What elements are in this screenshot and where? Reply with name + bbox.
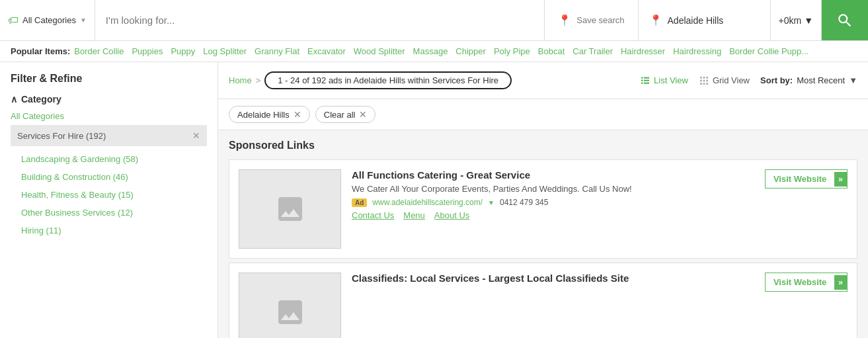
results-count-text: 1 - 24 of 192 ads in Adelaide Hills with… xyxy=(264,71,512,89)
image-placeholder-icon xyxy=(274,193,306,225)
list-view-button[interactable]: List View xyxy=(640,75,688,86)
grid-view-button[interactable]: Grid View xyxy=(699,75,750,86)
svg-rect-1 xyxy=(644,77,649,78)
visit-website-label-0: Visit Website xyxy=(773,174,826,184)
remove-location-filter-button[interactable]: ✕ xyxy=(294,109,301,120)
popular-label: Popular Items: xyxy=(11,46,70,56)
visit-website-button-0[interactable]: Visit Website » xyxy=(765,169,848,189)
svg-rect-13 xyxy=(703,83,705,85)
subcategory-item-4[interactable]: Hiring (11) xyxy=(11,222,207,239)
ad-image-1 xyxy=(239,273,341,338)
popular-item-10[interactable]: Bobcat xyxy=(538,46,565,56)
save-search-label: Save search xyxy=(576,15,624,25)
visit-website-button-1[interactable]: Visit Website » xyxy=(765,273,848,292)
popular-item-5[interactable]: Excavator xyxy=(307,46,346,56)
sort-area: Sort by: Most Recent ▼ xyxy=(760,75,857,85)
view-sort-area: List View Grid View xyxy=(640,75,857,86)
popular-item-7[interactable]: Massage xyxy=(413,46,448,56)
popular-item-1[interactable]: Puppies xyxy=(132,46,163,56)
subcategory-item-1[interactable]: Building & Construction (46) xyxy=(11,168,207,186)
svg-rect-5 xyxy=(644,82,649,83)
save-icon: 📍 xyxy=(558,14,571,26)
selected-category-label: Services For Hire (192) xyxy=(17,131,106,141)
ad-image-0 xyxy=(239,169,341,249)
sort-value: Most Recent xyxy=(797,75,845,85)
popular-item-3[interactable]: Log Splitter xyxy=(203,46,247,56)
location-value: Adelaide Hills xyxy=(668,15,724,26)
remove-category-button[interactable]: ✕ xyxy=(192,130,200,141)
popular-item-4[interactable]: Granny Flat xyxy=(255,46,299,56)
popular-item-8[interactable]: Chipper xyxy=(455,46,486,56)
visit-chevrons-icon-2: » xyxy=(834,275,847,290)
popular-item-9[interactable]: Poly Pipe xyxy=(494,46,530,56)
breadcrumb-separator: > xyxy=(256,75,261,85)
sidebar-title: Filter & Refine xyxy=(11,73,207,85)
list-view-label: List View xyxy=(654,75,688,85)
filter-tag-location-label: Adelaide Hills xyxy=(237,110,290,120)
radius-value: +0km xyxy=(779,15,802,26)
filter-tags: Adelaide Hills ✕ Clear all ✕ xyxy=(218,99,868,130)
breadcrumb-home[interactable]: Home xyxy=(229,75,252,85)
radius-selector[interactable]: +0km ▼ xyxy=(771,0,822,40)
popular-item-12[interactable]: Hairdresser xyxy=(621,46,665,56)
chevron-up-icon: ∧ xyxy=(11,94,17,105)
search-bar: 🏷 All Categories ▼ 📍 Save search 📍 Adela… xyxy=(0,0,868,41)
ad-badge-0: Ad xyxy=(352,198,367,207)
sort-chevron-icon[interactable]: ▼ xyxy=(849,75,857,85)
popular-item-6[interactable]: Wood Splitter xyxy=(354,46,405,56)
svg-rect-7 xyxy=(703,77,705,79)
svg-rect-8 xyxy=(706,77,708,79)
svg-rect-11 xyxy=(706,79,708,81)
save-search-button[interactable]: 📍 Save search xyxy=(545,0,638,40)
radius-chevron-icon: ▼ xyxy=(804,15,813,26)
subcategory-item-0[interactable]: Landscaping & Gardening (58) xyxy=(11,150,207,168)
all-categories-link[interactable]: All Categories xyxy=(11,111,207,121)
ad-link-0-2[interactable]: About Us xyxy=(434,210,469,220)
ad-content-1: Classifieds: Local Services - Largest Lo… xyxy=(352,273,754,287)
breadcrumb-area: Home > 1 - 24 of 192 ads in Adelaide Hil… xyxy=(229,71,512,89)
image-placeholder-icon-2 xyxy=(274,296,306,328)
popular-item-11[interactable]: Car Trailer xyxy=(572,46,613,56)
popular-item-14[interactable]: Border Collie Pupp... xyxy=(729,46,809,56)
category-section-title: ∧ Category xyxy=(11,94,207,105)
ad-url-0[interactable]: www.adelaidehillscatering.com/ xyxy=(372,198,483,207)
svg-rect-3 xyxy=(644,79,649,81)
search-button[interactable] xyxy=(822,0,868,40)
ad-title-0: All Functions Catering - Great Service xyxy=(352,169,754,181)
chevron-down-icon: ▼ xyxy=(80,17,87,24)
ad-link-0-0[interactable]: Contact Us xyxy=(352,210,394,220)
grid-view-label: Grid View xyxy=(713,75,750,85)
ad-url-arrow: ▼ xyxy=(488,199,494,206)
ad-desc-0: We Cater All Your Corporate Events, Part… xyxy=(352,184,754,194)
subcategory-item-2[interactable]: Health, Fitness & Beauty (15) xyxy=(11,186,207,204)
remove-clearall-button[interactable]: ✕ xyxy=(359,109,367,120)
popular-item-2[interactable]: Puppy xyxy=(171,46,195,56)
svg-rect-4 xyxy=(641,82,643,83)
svg-rect-10 xyxy=(703,79,705,81)
category-selector[interactable]: 🏷 All Categories ▼ xyxy=(0,0,95,40)
search-input[interactable] xyxy=(106,15,533,26)
content-area: Home > 1 - 24 of 192 ads in Adelaide Hil… xyxy=(218,62,868,338)
search-input-area xyxy=(95,0,545,40)
ad-badge-row-0: Ad www.adelaidehillscatering.com/ ▼ 0412… xyxy=(352,198,754,207)
popular-item-0[interactable]: Border Collie xyxy=(74,46,124,56)
results-header: Home > 1 - 24 of 192 ads in Adelaide Hil… xyxy=(218,62,868,99)
selected-category: Services For Hire (192) ✕ xyxy=(11,125,207,146)
search-icon xyxy=(836,12,853,29)
ad-card-0: All Functions Catering - Great Service W… xyxy=(229,159,857,259)
location-area: 📍 Adelaide Hills xyxy=(639,0,771,40)
filter-tag-clearall-label[interactable]: Clear all xyxy=(324,110,356,120)
category-selector-label: All Categories xyxy=(22,15,76,25)
subcategory-item-3[interactable]: Other Business Services (12) xyxy=(11,204,207,222)
pin-icon: 📍 xyxy=(649,14,662,26)
tag-icon: 🏷 xyxy=(8,15,19,26)
svg-rect-12 xyxy=(700,83,702,85)
list-icon xyxy=(640,75,651,86)
sidebar: Filter & Refine ∧ Category All Categorie… xyxy=(0,62,218,338)
ad-link-0-1[interactable]: Menu xyxy=(403,210,425,220)
popular-bar: Popular Items: Border Collie Puppies Pup… xyxy=(0,41,868,62)
filter-tag-location: Adelaide Hills ✕ xyxy=(229,106,310,123)
popular-item-13[interactable]: Hairdressing xyxy=(673,46,721,56)
svg-rect-2 xyxy=(641,79,643,81)
svg-rect-6 xyxy=(700,77,702,79)
